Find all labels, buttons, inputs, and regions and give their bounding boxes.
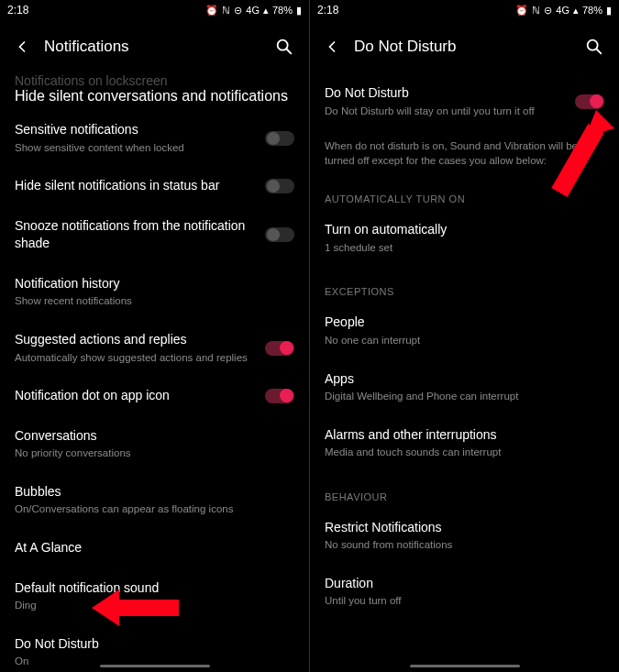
item-sub: No one can interrupt	[325, 334, 595, 348]
item-label: Sensitive notifications	[15, 121, 256, 139]
item-snooze[interactable]: Snooze notifications from the notificati…	[0, 206, 309, 264]
item-sub: Do Not Disturb will stay on until you tu…	[325, 105, 566, 119]
toggle-dot[interactable]	[265, 389, 294, 403]
section-exceptions: Exceptions	[310, 266, 619, 303]
status-bar: 2:18 ⏰ ℕ ⊝ 4G ▴ 78% ▮	[0, 0, 309, 20]
item-hide-silent-statusbar[interactable]: Hide silent notifications in status bar	[0, 166, 309, 206]
phone-right: 2:18 ⏰ ℕ ⊝ 4G ▴ 78% ▮ Do Not Disturb Do …	[310, 0, 619, 672]
item-sub: Show recent notifications	[15, 294, 285, 309]
item-sub: No sound from notifications	[325, 538, 595, 553]
item-dnd-main[interactable]: Do Not Disturb Do Not Disturb will stay …	[310, 73, 619, 129]
item-label: Suggested actions and replies	[15, 331, 256, 349]
item-label: Turn on automatically	[325, 221, 595, 239]
item-sub: Media and touch sounds can interrupt	[325, 446, 595, 460]
item-sub: Digital Wellbeing and Phone can interrup…	[325, 390, 595, 404]
search-button[interactable]	[584, 37, 604, 57]
status-icons: ⏰ ℕ ⊝ 4G ▴ 78% ▮	[205, 5, 302, 17]
page-title: Do Not Disturb	[354, 38, 571, 56]
item-sub: On/Conversations can appear as floating …	[15, 502, 285, 517]
back-button[interactable]	[13, 38, 31, 56]
status-time: 2:18	[7, 4, 205, 17]
item-restrict[interactable]: Restrict Notifications No sound from not…	[310, 508, 619, 564]
item-label: Apps	[325, 370, 595, 389]
info-text: When do not disturb is on, Sound and Vib…	[310, 129, 619, 173]
item-sub: Until you turn off	[325, 594, 595, 609]
cutoff-secondary: Hide silent conversations and notificati…	[15, 88, 294, 105]
search-button[interactable]	[274, 37, 294, 57]
section-behaviour: Behaviour	[310, 471, 619, 508]
battery-icon: ▮	[296, 5, 302, 17]
item-turn-on-auto[interactable]: Turn on automatically 1 schedule set	[310, 210, 619, 266]
settings-list: Do Not Disturb Do Not Disturb will stay …	[310, 73, 619, 672]
cutoff-primary: Notifications on lockscreen	[15, 73, 294, 88]
search-icon	[274, 37, 294, 57]
item-label: Do Not Disturb	[325, 84, 566, 103]
toggle-dnd[interactable]	[575, 94, 604, 109]
item-sensitive-notifications[interactable]: Sensitive notifications Show sensitive c…	[0, 110, 309, 166]
item-label: Duration	[325, 575, 595, 593]
item-label: Default notification sound	[15, 579, 285, 598]
network-icon: 4G	[556, 5, 569, 16]
chevron-left-icon	[323, 38, 341, 56]
status-time: 2:18	[317, 4, 515, 17]
svg-point-3	[588, 40, 598, 50]
item-alarms[interactable]: Alarms and other interruptions Media and…	[310, 415, 619, 471]
signal-icon: ▴	[263, 5, 269, 17]
toggle-snooze[interactable]	[265, 227, 294, 242]
item-label: At A Glance	[15, 539, 285, 557]
app-bar: Do Not Disturb	[310, 20, 619, 73]
svg-point-0	[278, 40, 288, 50]
status-icons: ⏰ ℕ ⊝ 4G ▴ 78% ▮	[515, 5, 612, 17]
nav-handle[interactable]	[410, 665, 520, 667]
item-bubbles[interactable]: Bubbles On/Conversations can appear as f…	[0, 472, 309, 528]
item-label: Restrict Notifications	[325, 519, 595, 537]
toggle-sensitive[interactable]	[265, 131, 294, 146]
item-people[interactable]: People No one can interrupt	[310, 303, 619, 358]
item-label: Alarms and other interruptions	[325, 426, 595, 445]
item-apps[interactable]: Apps Digital Wellbeing and Phone can int…	[310, 359, 619, 415]
item-sub: Automatically show suggested actions and…	[15, 351, 256, 366]
settings-list: Notifications on lockscreen Hide silent …	[0, 73, 309, 672]
alarm-icon: ⏰	[205, 5, 218, 17]
item-label: Snooze notifications from the notificati…	[15, 217, 256, 253]
item-label: Notification history	[15, 275, 285, 293]
app-bar: Notifications	[0, 20, 309, 73]
phone-left: 2:18 ⏰ ℕ ⊝ 4G ▴ 78% ▮ Notifications Noti…	[0, 0, 309, 672]
item-label: Do Not Disturb	[15, 635, 285, 654]
section-auto: Automatically turn on	[310, 173, 619, 210]
toggle-hide-silent[interactable]	[265, 179, 294, 193]
item-sub: Ding	[15, 599, 285, 613]
item-duration[interactable]: Duration Until you turn off	[310, 564, 619, 620]
status-bar: 2:18 ⏰ ℕ ⊝ 4G ▴ 78% ▮	[310, 0, 619, 20]
item-history[interactable]: Notification history Show recent notific…	[0, 264, 309, 320]
item-sub: No priority conversations	[15, 446, 285, 461]
toggle-suggested[interactable]	[265, 341, 294, 356]
battery-text: 78%	[582, 5, 602, 16]
item-default-sound[interactable]: Default notification sound Ding	[0, 568, 309, 624]
dnd-icon: ⊝	[234, 5, 242, 17]
item-sub: Show sensitive content when locked	[15, 141, 256, 156]
battery-text: 78%	[272, 5, 293, 16]
item-at-a-glance[interactable]: At A Glance	[0, 528, 309, 568]
search-icon	[584, 37, 604, 57]
page-title: Notifications	[44, 38, 261, 56]
item-dot[interactable]: Notification dot on app icon	[0, 376, 309, 416]
battery-icon: ▮	[606, 5, 612, 17]
item-suggested[interactable]: Suggested actions and replies Automatica…	[0, 320, 309, 376]
item-label: Bubbles	[15, 483, 285, 501]
back-button[interactable]	[323, 38, 341, 56]
item-label: Hide silent notifications in status bar	[15, 177, 256, 195]
item-label: Notification dot on app icon	[15, 387, 256, 405]
dnd-icon: ⊝	[544, 5, 552, 17]
network-icon: 4G	[246, 5, 260, 16]
nfc-icon: ℕ	[222, 5, 230, 17]
alarm-icon: ⏰	[515, 5, 528, 17]
signal-icon: ▴	[573, 5, 579, 17]
item-conversations[interactable]: Conversations No priority conversations	[0, 416, 309, 472]
item-label: People	[325, 314, 595, 332]
cutoff-item[interactable]: Notifications on lockscreen Hide silent …	[0, 73, 309, 110]
item-label: Conversations	[15, 427, 285, 446]
nav-handle[interactable]	[100, 665, 210, 667]
chevron-left-icon	[13, 38, 31, 56]
nfc-icon: ℕ	[532, 5, 540, 17]
